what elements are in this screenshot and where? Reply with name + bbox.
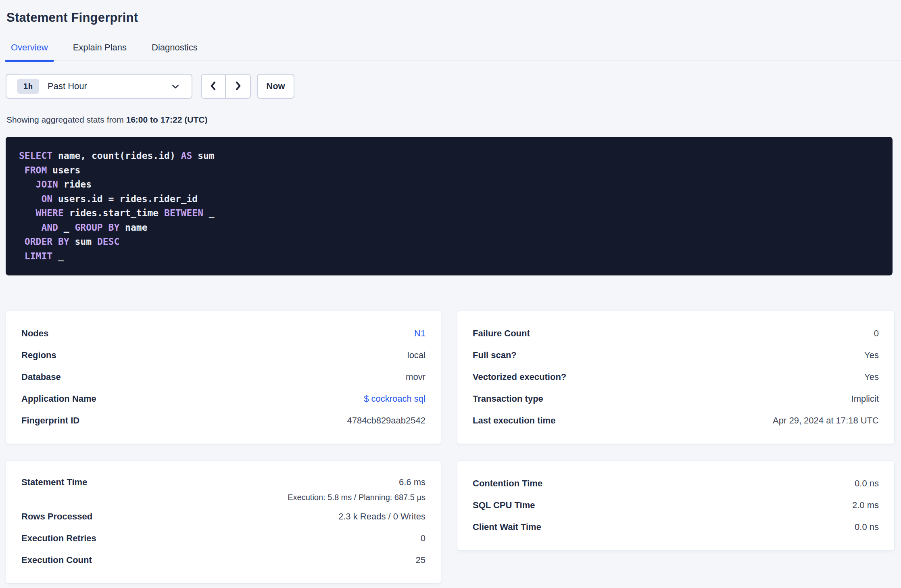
tab-bar: Overview Explain Plans Diagnostics xyxy=(5,42,901,61)
stat-label: Last execution time xyxy=(473,415,555,426)
stat-value: local xyxy=(407,350,425,361)
aggregated-stats-range: 16:00 to 17:22 (UTC) xyxy=(126,115,208,124)
row-application-name: Application Name $ cockroach sql xyxy=(21,388,425,410)
row-full-scan: Full scan? Yes xyxy=(473,344,879,366)
stat-value: 0.0 ns xyxy=(855,522,879,532)
tab-explain-plans[interactable]: Explain Plans xyxy=(67,42,133,60)
performance-card-left: Statement Time 6.6 ms Execution: 5.8 ms … xyxy=(6,460,441,584)
tab-diagnostics[interactable]: Diagnostics xyxy=(146,42,204,60)
row-regions: Regions local xyxy=(21,344,425,366)
performance-card-right: Contention Time 0.0 ns SQL CPU Time 2.0 … xyxy=(457,460,895,550)
stat-label: Vectorized execution? xyxy=(473,372,566,382)
stat-value: Yes xyxy=(864,350,879,361)
stat-label: Execution Count xyxy=(21,555,92,565)
row-last-execution-time: Last execution time Apr 29, 2024 at 17:1… xyxy=(473,410,879,432)
stat-label: Transaction type xyxy=(473,394,543,404)
stat-value: 4784cb829aab2542 xyxy=(347,415,425,426)
stat-label: Nodes xyxy=(21,328,48,339)
stat-value: Apr 29, 2024 at 17:18 UTC xyxy=(773,415,879,426)
sql-statement: SELECT name, count(rides.id) AS sum FROM… xyxy=(6,137,893,275)
row-execution-retries: Execution Retries 0 xyxy=(21,528,425,549)
chevron-right-icon xyxy=(232,80,244,93)
overview-card-right: Failure Count 0 Full scan? Yes Vectorize… xyxy=(457,310,895,444)
stat-value: 0 xyxy=(874,328,879,339)
stat-label: Client Wait Time xyxy=(473,522,541,532)
row-contention-time: Contention Time 0.0 ns xyxy=(473,473,879,494)
stat-value: 25 xyxy=(416,555,425,565)
stat-label: Regions xyxy=(21,350,56,361)
chevron-left-icon xyxy=(207,80,219,93)
row-fingerprint-id: Fingerprint ID 4784cb829aab2542 xyxy=(21,410,425,432)
stat-label: Application Name xyxy=(21,394,96,404)
stat-value: 2.3 k Reads / 0 Writes xyxy=(338,511,425,522)
aggregated-stats-prefix: Showing aggregated stats from xyxy=(6,115,126,124)
stat-value: Implicit xyxy=(851,394,879,404)
row-execution-count: Execution Count 25 xyxy=(21,549,425,571)
now-button[interactable]: Now xyxy=(257,74,294,99)
stat-label: Rows Processed xyxy=(21,511,92,522)
time-range-badge: 1h xyxy=(17,79,39,94)
nodes-link[interactable]: N1 xyxy=(414,328,425,339)
stat-label: Failure Count xyxy=(473,328,530,339)
stat-value: 2.0 ms xyxy=(852,500,879,511)
stat-label: Execution Retries xyxy=(21,533,96,544)
chevron-down-icon xyxy=(170,81,181,92)
aggregated-stats-note: Showing aggregated stats from 16:00 to 1… xyxy=(6,115,901,125)
row-transaction-type: Transaction type Implicit xyxy=(473,388,879,410)
stat-label: Statement Time xyxy=(21,473,87,492)
time-range-label: Past Hour xyxy=(48,81,87,92)
next-time-button[interactable] xyxy=(226,75,250,98)
time-nav-group xyxy=(201,74,251,99)
tab-overview[interactable]: Overview xyxy=(5,42,54,60)
prev-time-button[interactable] xyxy=(202,75,226,98)
time-controls: 1h Past Hour Now xyxy=(6,74,901,99)
overview-card-left: Nodes N1 Regions local Database movr App… xyxy=(6,310,441,444)
stat-subtext: Execution: 5.8 ms / Planning: 687.5 µs xyxy=(288,492,425,503)
application-name-link[interactable]: $ cockroach sql xyxy=(364,394,425,404)
page-title: Statement Fingerprint xyxy=(6,10,901,25)
row-database: Database movr xyxy=(21,366,425,388)
row-sql-cpu-time: SQL CPU Time 2.0 ms xyxy=(473,494,879,516)
row-rows-processed: Rows Processed 2.3 k Reads / 0 Writes xyxy=(21,506,425,528)
stat-label: SQL CPU Time xyxy=(473,500,535,511)
row-statement-time: Statement Time 6.6 ms Execution: 5.8 ms … xyxy=(21,473,425,503)
row-failure-count: Failure Count 0 xyxy=(473,323,879,344)
stat-value: movr xyxy=(406,372,425,382)
stat-value: 6.6 ms xyxy=(288,473,425,492)
stat-label: Full scan? xyxy=(473,350,517,361)
stat-value: 0 xyxy=(421,533,425,544)
row-nodes: Nodes N1 xyxy=(21,323,425,344)
stat-value: Yes xyxy=(864,372,879,382)
stat-label: Fingerprint ID xyxy=(21,415,79,426)
stats-cards: Nodes N1 Regions local Database movr App… xyxy=(6,310,901,584)
stat-value: 0.0 ns xyxy=(855,478,879,489)
stat-label: Database xyxy=(21,372,61,382)
time-range-dropdown[interactable]: 1h Past Hour xyxy=(6,74,192,99)
stat-label: Contention Time xyxy=(473,478,542,489)
row-client-wait-time: Client Wait Time 0.0 ns xyxy=(473,516,879,538)
row-vectorized-execution: Vectorized execution? Yes xyxy=(473,366,879,388)
